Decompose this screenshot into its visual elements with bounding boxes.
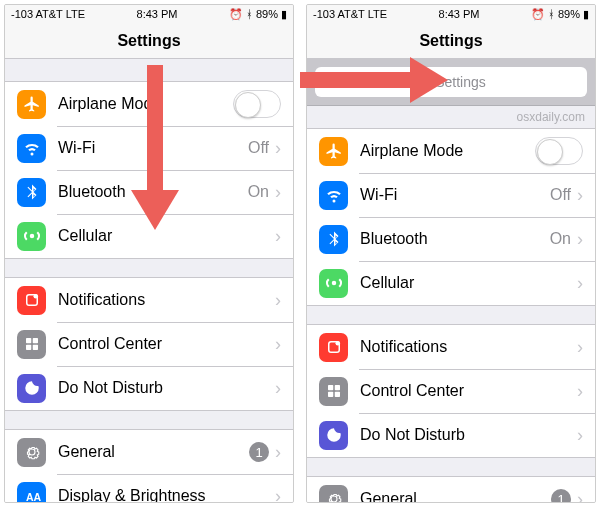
row-label: Bluetooth [360, 230, 550, 248]
battery-icon: ▮ [583, 8, 589, 21]
svg-point-1 [33, 294, 38, 299]
svg-line-10 [424, 84, 427, 87]
section-connectivity: Airplane Mode Wi-Fi Off › Bluetooth On ›… [5, 81, 293, 259]
row-label: Wi-Fi [58, 139, 248, 157]
svg-text:AA: AA [26, 491, 41, 503]
row-bluetooth[interactable]: Bluetooth On › [307, 217, 595, 261]
chevron-right-icon: › [577, 185, 583, 206]
chevron-right-icon: › [577, 229, 583, 250]
row-label: Control Center [58, 335, 275, 353]
chevron-right-icon: › [275, 290, 281, 311]
badge-count: 1 [249, 442, 269, 462]
chevron-right-icon: › [577, 337, 583, 358]
airplane-toggle[interactable] [233, 90, 281, 118]
row-do-not-disturb[interactable]: Do Not Disturb › [5, 366, 293, 410]
chevron-right-icon: › [275, 442, 281, 463]
row-label: Wi-Fi [360, 186, 550, 204]
airplane-icon [17, 90, 46, 119]
chevron-right-icon: › [275, 226, 281, 247]
row-notifications[interactable]: Notifications › [307, 325, 595, 369]
chevron-right-icon: › [577, 381, 583, 402]
row-cellular[interactable]: Cellular › [307, 261, 595, 305]
general-icon [17, 438, 46, 467]
airplane-toggle[interactable] [535, 137, 583, 165]
row-airplane-mode[interactable]: Airplane Mode [307, 129, 595, 173]
phone-right: -103 AT&T LTE 8:43 PM ⏰ ᚼ 89% ▮ Settings… [306, 4, 596, 503]
row-value: Off [248, 139, 269, 157]
chevron-right-icon: › [577, 273, 583, 294]
row-value: On [550, 230, 571, 248]
page-title: Settings [117, 32, 180, 50]
row-label: General [360, 490, 551, 503]
chevron-right-icon: › [275, 486, 281, 504]
row-label: Airplane Mode [58, 95, 233, 113]
row-wifi[interactable]: Wi-Fi Off › [307, 173, 595, 217]
search-icon [416, 76, 429, 89]
bluetooth-status-icon: ᚼ [246, 8, 253, 20]
svg-point-9 [418, 78, 425, 85]
section-general: General 1 › AA Display & Brightness › Wa… [5, 429, 293, 503]
notifications-icon [319, 333, 348, 362]
status-bar: -103 AT&T LTE 8:43 PM ⏰ ᚼ 89% ▮ [5, 5, 293, 23]
control-center-icon [17, 330, 46, 359]
wifi-icon [319, 181, 348, 210]
bluetooth-status-icon: ᚼ [548, 8, 555, 20]
row-general[interactable]: General 1 › [5, 430, 293, 474]
row-value: Off [550, 186, 571, 204]
airplane-icon [319, 137, 348, 166]
row-label: Notifications [360, 338, 577, 356]
chevron-right-icon: › [577, 425, 583, 446]
search-input[interactable]: Settings [315, 67, 587, 97]
row-label: Do Not Disturb [360, 426, 577, 444]
nav-bar: Settings [307, 23, 595, 59]
phone-left: -103 AT&T LTE 8:43 PM ⏰ ᚼ 89% ▮ Settings… [4, 4, 294, 503]
network-text: LTE [368, 8, 387, 20]
section-general: General 1 › AA Display & Brightness › [307, 476, 595, 503]
battery-text: 89% [256, 8, 278, 20]
row-control-center[interactable]: Control Center › [5, 322, 293, 366]
chevron-right-icon: › [275, 182, 281, 203]
row-cellular[interactable]: Cellular › [5, 214, 293, 258]
row-value: On [248, 183, 269, 201]
row-label: Cellular [360, 274, 577, 292]
row-notifications[interactable]: Notifications › [5, 278, 293, 322]
chevron-right-icon: › [275, 334, 281, 355]
row-control-center[interactable]: Control Center › [307, 369, 595, 413]
svg-rect-3 [32, 338, 37, 343]
cellular-icon [17, 222, 46, 251]
row-airplane-mode[interactable]: Airplane Mode [5, 82, 293, 126]
row-bluetooth[interactable]: Bluetooth On › [5, 170, 293, 214]
svg-rect-4 [26, 345, 31, 350]
chevron-right-icon: › [275, 138, 281, 159]
svg-rect-2 [26, 338, 31, 343]
chevron-right-icon: › [577, 489, 583, 504]
general-icon [319, 485, 348, 504]
row-label: Bluetooth [58, 183, 248, 201]
row-display-brightness[interactable]: AA Display & Brightness › [5, 474, 293, 503]
svg-rect-14 [334, 385, 339, 390]
carrier-text: -103 AT&T [11, 8, 63, 20]
row-label: Notifications [58, 291, 275, 309]
alarm-icon: ⏰ [531, 8, 545, 21]
clock-text: 8:43 PM [137, 8, 178, 20]
dnd-icon [319, 421, 348, 450]
row-general[interactable]: General 1 › [307, 477, 595, 503]
status-bar: -103 AT&T LTE 8:43 PM ⏰ ᚼ 89% ▮ [307, 5, 595, 23]
display-icon: AA [17, 482, 46, 504]
clock-text: 8:43 PM [439, 8, 480, 20]
row-wifi[interactable]: Wi-Fi Off › [5, 126, 293, 170]
battery-icon: ▮ [281, 8, 287, 21]
alarm-icon: ⏰ [229, 8, 243, 21]
svg-rect-15 [328, 392, 333, 397]
section-connectivity: Airplane Mode Wi-Fi Off › Bluetooth On ›… [307, 128, 595, 306]
bluetooth-icon [17, 178, 46, 207]
row-label: Control Center [360, 382, 577, 400]
page-title: Settings [419, 32, 482, 50]
badge-count: 1 [551, 489, 571, 503]
search-placeholder: Settings [435, 74, 486, 90]
cellular-icon [319, 269, 348, 298]
chevron-right-icon: › [275, 378, 281, 399]
section-notifications: Notifications › Control Center › Do Not … [307, 324, 595, 458]
row-do-not-disturb[interactable]: Do Not Disturb › [307, 413, 595, 457]
search-bar: Settings [307, 59, 595, 106]
